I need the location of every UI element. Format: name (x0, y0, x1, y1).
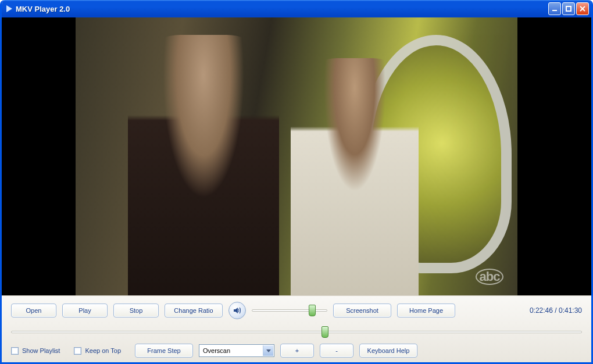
svg-rect-0 (552, 10, 557, 11)
seek-thumb[interactable] (321, 326, 328, 338)
stop-button[interactable]: Stop (113, 304, 159, 317)
video-frame: abc (76, 17, 517, 295)
keep-on-top-checkbox[interactable]: Keep on Top (74, 347, 121, 355)
volume-slider[interactable] (252, 305, 327, 316)
window-title: MKV Player 2.0 (12, 5, 548, 13)
time-total: 0:41:30 (559, 306, 582, 315)
volume-thumb[interactable] (309, 305, 316, 316)
show-playlist-checkbox[interactable]: Show Playlist (11, 347, 60, 355)
maximize-button[interactable] (562, 2, 575, 15)
play-button[interactable]: Play (62, 304, 108, 317)
open-button[interactable]: Open (11, 304, 56, 317)
time-current: 0:22:46 (530, 306, 553, 315)
svg-rect-1 (566, 6, 571, 11)
change-ratio-button[interactable]: Change Ratio (165, 304, 223, 317)
checkbox-box (74, 347, 81, 355)
screenshot-button[interactable]: Screenshot (333, 304, 391, 317)
checkbox-box (11, 347, 19, 355)
titlebar[interactable]: MKV Player 2.0 (2, 0, 591, 17)
control-panel: Open Play Stop Change Ratio Screenshot H… (2, 295, 591, 362)
seek-slider[interactable] (11, 326, 582, 338)
close-icon (580, 6, 585, 12)
controls-row-top: Open Play Stop Change Ratio Screenshot H… (11, 302, 582, 319)
speaker-icon (233, 306, 242, 315)
video-scene-figure-2 (291, 58, 419, 295)
video-area[interactable]: abc (2, 17, 591, 295)
broadcast-watermark: abc (476, 269, 503, 285)
volume-track (252, 309, 327, 312)
overscan-select[interactable]: Overscan (199, 344, 274, 357)
minimize-button[interactable] (548, 2, 561, 15)
show-playlist-label: Show Playlist (22, 347, 60, 354)
seek-track (11, 331, 582, 333)
window-buttons (548, 2, 589, 15)
seek-row (11, 325, 582, 338)
overscan-value: Overscan (203, 347, 230, 354)
close-button[interactable] (576, 2, 589, 15)
time-separator: / (553, 306, 559, 315)
chevron-down-icon (263, 345, 273, 356)
keyboard-help-button[interactable]: Keyboard Help (359, 344, 417, 358)
frame-step-button[interactable]: Frame Step (135, 344, 193, 358)
app-play-icon (6, 5, 12, 12)
app-window: MKV Player 2.0 abc Open Play Stop Change (0, 0, 593, 364)
zoom-in-button[interactable]: + (280, 344, 314, 358)
video-scene-figure-1 (128, 35, 279, 295)
maximize-icon (566, 6, 571, 12)
keep-on-top-label: Keep on Top (85, 347, 121, 354)
home-page-button[interactable]: Home Page (397, 304, 455, 317)
zoom-out-button[interactable]: - (320, 344, 353, 358)
controls-row-bottom: Show Playlist Keep on Top Frame Step Ove… (11, 344, 582, 358)
time-display: 0:22:46 / 0:41:30 (530, 306, 582, 315)
minimize-icon (552, 6, 558, 12)
sound-toggle-button[interactable] (228, 302, 246, 319)
